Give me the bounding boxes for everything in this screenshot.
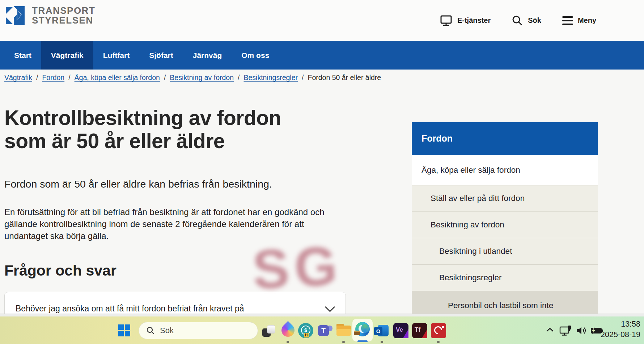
briefcase-overlay-icon [354,331,360,335]
e-services-label: E-tjänster [457,16,491,25]
sidebar-item-personbil-lastbil[interactable]: Personbil och lastbil som inte [412,291,598,314]
breadcrumb-current: Fordon 50 år eller äldre [308,74,381,82]
edge-active-indicator [357,340,368,342]
outlook-app-icon[interactable]: O [374,323,389,338]
breadcrumb: Vägtrafik / Fordon / Äga, köpa eller säl… [4,74,381,82]
nav-item-jarnvag[interactable]: Järnväg [183,41,232,70]
e-services-button[interactable]: E-tjänster [440,15,491,26]
breadcrumb-link-vagtrafik[interactable]: Vägtrafik [4,74,32,82]
logo-line1: TRANSPORT [32,6,95,16]
browser-window-edge [0,314,644,316]
site-header: TRANSPORT STYRELSEN E-tjänster Sök [0,0,644,41]
header-search-button[interactable]: Sök [512,15,541,26]
paint-drop-app-icon[interactable] [279,321,297,340]
logo-line2: STYRELSEN [32,16,95,25]
nav-item-luftfart[interactable]: Luftfart [93,41,139,70]
breadcrumb-separator: / [164,74,166,82]
hamburger-icon [562,16,573,25]
article-body: En förutsättning för att bli befriad frå… [4,206,349,242]
running-indicator [381,341,383,343]
breadcrumb-link-besiktningsregler[interactable]: Besiktningsregler [243,74,298,82]
ve-letters: Ve [396,326,403,333]
teams-letter: T [318,325,329,336]
breadcrumb-link-besiktning[interactable]: Besiktning av fordon [170,74,234,82]
tray-chevron-up-icon[interactable] [546,327,554,332]
faq-heading: Frågor och svar [4,262,116,279]
main-nav: Start Vägtrafik Luftfart Sjöfart Järnväg… [0,41,644,70]
article-lead: Fordon som är 50 år eller äldre kan befr… [4,178,337,190]
browser-page: TRANSPORT STYRELSEN E-tjänster Sök [0,0,644,314]
header-actions: E-tjänster Sök Meny [440,0,596,41]
page-title: Kontrollbesiktning av fordon som är 50 å… [4,106,323,153]
chevron-down-icon [325,306,335,312]
search-icon [512,15,523,26]
logo-wordmark: TRANSPORT STYRELSEN [32,6,95,25]
sidebar-item-aga-kopa[interactable]: Äga, köpa eller sälja fordon [412,155,598,185]
ve-app-icon[interactable]: Ve [393,323,408,338]
taskbar-search-placeholder: Sök [160,326,174,335]
edge-browser-icon[interactable] [355,322,370,336]
running-indicator [342,341,345,343]
tray-date: 2025-08-19 [601,330,640,340]
breadcrumb-separator: / [36,74,38,82]
running-indicator [287,341,289,343]
teams-app-icon[interactable]: T [317,323,332,338]
sidebar-fordon: Fordon Äga, köpa eller sälja fordon Stäl… [412,122,598,314]
menu-label: Meny [578,16,596,25]
task-view-button[interactable] [262,325,275,337]
search-icon [146,326,155,335]
header-search-label: Sök [528,16,541,25]
sidebar-title[interactable]: Fordon [412,122,598,155]
sidebar-item-besiktning-av-fordon[interactable]: Besiktning av fordon [412,211,598,238]
finance-chat-app-icon[interactable]: $ H [298,323,313,338]
start-button[interactable] [118,324,131,337]
nav-item-sjofart[interactable]: Sjöfart [139,41,183,70]
tf-letters: Tf [415,326,420,333]
outlook-letter: O [374,327,382,335]
nav-item-om-oss[interactable]: Om oss [232,41,279,70]
breadcrumb-separator: / [302,74,304,82]
breadcrumb-link-fordon[interactable]: Fordon [42,74,64,82]
breadcrumb-separator: / [238,74,240,82]
logo-mark-icon [4,5,26,26]
screen: { "header": { "logo": { "line1": "TRANSP… [0,0,644,344]
sidebar-item-besiktning-i-utlandet[interactable]: Besiktning i utlandet [412,238,598,264]
transportstyrelsen-logo[interactable]: TRANSPORT STYRELSEN [4,5,95,26]
faq-accordion-item[interactable]: Behöver jag ansöka om att få mitt fordon… [4,292,346,314]
tray-display-icon[interactable] [559,325,572,336]
breadcrumb-separator: / [68,74,70,82]
faq-question: Behöver jag ansöka om att få mitt fordon… [16,302,269,314]
nav-item-vagtrafik[interactable]: Vägtrafik [41,41,93,70]
file-explorer-icon[interactable] [336,323,351,338]
nav-item-start[interactable]: Start [4,41,41,70]
tf-app-icon[interactable]: Tf [412,323,427,338]
running-indicator [437,341,440,343]
taskbar-search-input[interactable]: Sök [139,322,258,339]
breadcrumb-link-aga-kopa[interactable]: Äga, köpa eller sälja fordon [75,74,160,82]
sidebar-item-besiktningsregler[interactable]: Besiktningsregler [412,264,598,291]
menu-button[interactable]: Meny [562,16,596,25]
h-badge: H [304,333,309,337]
monitor-icon [440,15,453,26]
tray-time: 13:58 [601,319,640,330]
sidebar-item-stall-av[interactable]: Ställ av eller på ditt fordon [412,185,598,211]
security-app-icon[interactable] [431,323,446,338]
tray-clock[interactable]: 13:58 2025-08-19 [601,319,640,340]
tray-volume-icon[interactable] [576,326,588,335]
taskbar: Sök $ H T O Ve Tf [0,316,644,344]
